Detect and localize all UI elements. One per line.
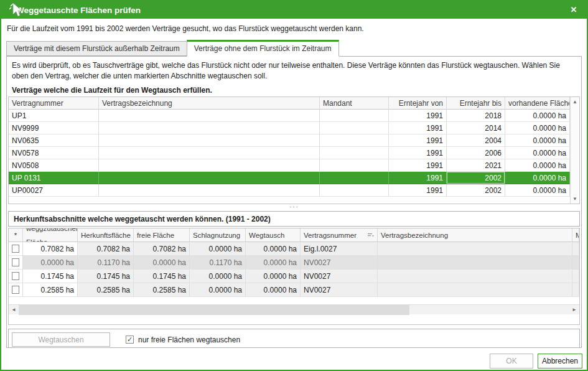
close-icon[interactable]: ✕ bbox=[567, 3, 581, 17]
column-header-erntejahr-von[interactable]: Erntejahr von bbox=[389, 97, 447, 110]
wegtauschen-button[interactable]: Wegtauschen bbox=[12, 332, 110, 347]
contract-row[interactable]: NV0508 1991 2021 0.0000 ha bbox=[9, 159, 570, 172]
cell-vorhandene-flaeche: 0.0000 ha bbox=[505, 184, 570, 197]
column-header-freie-flaeche[interactable]: freie Fläche bbox=[134, 228, 190, 242]
cell-erntejahr-bis: 2014 bbox=[447, 122, 505, 134]
column-header-wegzutauschende-flaeche[interactable]: weggzutauschende Fläche bbox=[23, 228, 78, 242]
sections-heading: Herkunftsabschnitte welche weggetauscht … bbox=[8, 211, 580, 227]
cell-mandant bbox=[320, 159, 389, 172]
cell-wegzutauschende-flaeche[interactable]: 0.7082 ha bbox=[23, 242, 78, 256]
cell-mandant bbox=[320, 147, 389, 159]
row-checkbox-cell bbox=[9, 256, 23, 270]
cell-vertragsbezeichnung bbox=[99, 134, 320, 147]
contract-row[interactable]: UP00027 1991 2002 0.0000 ha bbox=[9, 184, 570, 197]
table-empty-area bbox=[9, 197, 570, 202]
contract-row-selected[interactable]: UP 0131 1991 2002 0.0000 ha bbox=[9, 172, 570, 184]
vertical-scrollbar[interactable]: ▲ ▼ bbox=[570, 97, 579, 204]
cell-mandant bbox=[572, 242, 579, 256]
column-header-mandant-clipped[interactable]: Man bbox=[572, 228, 579, 242]
cell-erntejahr-von: 1991 bbox=[389, 184, 447, 197]
cell-vertragsbezeichnung bbox=[99, 172, 320, 184]
row-checkbox[interactable] bbox=[12, 258, 19, 266]
contract-row[interactable]: UP1 1991 2018 0.0000 ha bbox=[9, 110, 570, 122]
splitter-handle[interactable]: ··· bbox=[7, 204, 581, 211]
cell-mandant bbox=[320, 122, 389, 134]
cell-erntejahr-von: 1991 bbox=[389, 172, 447, 184]
cell-vertragsbezeichnung bbox=[99, 110, 320, 122]
cell-herkunftsflaeche: 0.1170 ha bbox=[78, 256, 134, 270]
cell-wegtausch: 0.0000 ha bbox=[246, 270, 301, 283]
section-row[interactable]: 0.2585 ha 0.2585 ha 0.2585 ha 0.0000 ha … bbox=[9, 283, 579, 297]
free-areas-checkbox[interactable]: ✓ bbox=[126, 336, 134, 344]
cell-vertragsbezeichnung bbox=[378, 256, 572, 270]
cell-vorhandene-flaeche: 0.0000 ha bbox=[505, 110, 570, 122]
column-header-vertragnummer[interactable]: Vertragnummer bbox=[9, 97, 99, 110]
column-header-mandant[interactable]: Mandant bbox=[320, 97, 389, 110]
abbrechen-button[interactable]: Abbrechen bbox=[538, 354, 582, 369]
horizontal-scrollbar[interactable]: ◄ ► bbox=[9, 304, 579, 314]
scroll-down-icon[interactable]: ▼ bbox=[572, 196, 577, 202]
tab-contracts-outside-period[interactable]: Verträge mit diesem Flurstück außerhalb … bbox=[6, 41, 187, 56]
ok-button[interactable]: OK bbox=[490, 354, 533, 369]
scroll-left-icon[interactable]: ◄ bbox=[9, 307, 19, 312]
cell-erntejahr-bis: 2006 bbox=[447, 147, 505, 159]
table-empty-area bbox=[9, 297, 579, 304]
cell-erntejahr-bis: 2018 bbox=[447, 110, 505, 122]
row-checkbox[interactable] bbox=[12, 245, 19, 253]
explanation-text: Es wird überprüft, ob es Tauschverträge … bbox=[12, 60, 576, 82]
cell-herkunftsflaeche: 0.7082 ha bbox=[78, 242, 134, 256]
row-checkbox-cell bbox=[9, 270, 23, 283]
section-row[interactable]: 0.1745 ha 0.1745 ha 0.1745 ha 0.0000 ha … bbox=[9, 270, 579, 283]
column-header-vertragsbezeichnung[interactable]: Vertragsbezeichnung bbox=[378, 228, 572, 242]
cell-vorhandene-flaeche: 0.0000 ha bbox=[505, 172, 570, 184]
free-areas-checkbox-label: nur freie Flächen wegtauschen bbox=[138, 336, 240, 344]
sections-table: * weggzutauschende Fläche Herkunftsfläch… bbox=[8, 228, 580, 325]
tab-contracts-without-parcel[interactable]: Verträge ohne dem Flurstück im Zeitraum bbox=[187, 40, 339, 57]
cell-schlagnutzung: 0.1170 ha bbox=[190, 256, 246, 270]
scroll-up-icon[interactable]: ▲ bbox=[572, 99, 577, 105]
contract-row[interactable]: NV0578 1991 2006 0.0000 ha bbox=[9, 147, 570, 159]
column-header-herkunftsflaeche[interactable]: Herkunftsfläche bbox=[78, 228, 134, 242]
cell-wegzutauschende-flaeche[interactable]: 0.1745 ha bbox=[23, 270, 78, 283]
column-header-vertragsbezeichnung[interactable]: Vertragsbezeichnung bbox=[99, 97, 320, 110]
cell-vertragsbezeichnung bbox=[99, 122, 320, 134]
cell-herkunftsflaeche: 0.2585 ha bbox=[78, 283, 134, 297]
cell-erntejahr-von: 1991 bbox=[389, 110, 447, 122]
contract-row[interactable]: NV9999 1991 2014 0.0000 ha bbox=[9, 122, 570, 134]
contracts-table: Vertragnummer Vertragsbezeichnung Mandan… bbox=[8, 96, 580, 204]
cell-freie-flaeche: 0.0000 ha bbox=[134, 256, 190, 270]
column-header-erntejahr-bis[interactable]: Erntejahr bis bbox=[447, 97, 505, 110]
section-row-disabled[interactable]: 0.0000 ha 0.1170 ha 0.0000 ha 0.1170 ha … bbox=[9, 256, 579, 270]
footer-panel: Wegtauschen ✓ nur freie Flächen wegtausc… bbox=[8, 329, 580, 348]
cell-mandant bbox=[320, 172, 389, 184]
cell-freie-flaeche: 0.7082 ha bbox=[134, 242, 190, 256]
mouse-cursor-icon bbox=[9, 2, 26, 18]
cell-wegzutauschende-flaeche[interactable]: 0.2585 ha bbox=[23, 283, 78, 297]
scroll-right-icon[interactable]: ► bbox=[569, 307, 579, 312]
column-header-vertragsnummer[interactable]: Vertragsnummer bbox=[301, 228, 378, 242]
cell-wegtausch: 0.0000 ha bbox=[246, 242, 301, 256]
tab-page: Es wird überprüft, ob es Tauschverträge … bbox=[6, 56, 582, 348]
cell-erntejahr-bis-focused: 2002 bbox=[447, 172, 505, 184]
row-checkbox[interactable] bbox=[12, 286, 19, 294]
contract-row[interactable]: NV0635 1991 2004 0.0000 ha bbox=[9, 134, 570, 147]
cell-wegzutauschende-flaeche: 0.0000 ha bbox=[23, 256, 78, 270]
cell-vorhandene-flaeche: 0.0000 ha bbox=[505, 159, 570, 172]
title-bar: Weggetauschte Flächen prüfen ✕ bbox=[1, 1, 587, 19]
row-checkbox[interactable] bbox=[12, 272, 19, 280]
column-header-vorhandene-flaeche[interactable]: vorhandene Fläche bbox=[505, 97, 570, 110]
cell-vertragnummer: NV9999 bbox=[9, 122, 99, 134]
column-header-wegtausch[interactable]: Wegtausch bbox=[246, 228, 301, 242]
cell-vertragnummer: UP00027 bbox=[9, 184, 99, 197]
cell-vertragsnummer: NV0027 bbox=[301, 270, 378, 283]
cell-vertragsbezeichnung bbox=[99, 184, 320, 197]
column-header-schlagnutzung[interactable]: Schlagnutzung bbox=[190, 228, 246, 242]
section-row[interactable]: 0.7082 ha 0.7082 ha 0.7082 ha 0.0000 ha … bbox=[9, 242, 579, 256]
row-checkbox-cell bbox=[9, 242, 23, 256]
cell-freie-flaeche: 0.2585 ha bbox=[134, 283, 190, 297]
cell-vorhandene-flaeche: 0.0000 ha bbox=[505, 122, 570, 134]
cell-wegtausch: 0.0000 ha bbox=[246, 256, 301, 270]
cell-vertragnummer: UP 0131 bbox=[9, 172, 99, 184]
scrollbar-thumb[interactable] bbox=[19, 305, 409, 315]
cell-vertragsbezeichnung bbox=[378, 283, 572, 297]
